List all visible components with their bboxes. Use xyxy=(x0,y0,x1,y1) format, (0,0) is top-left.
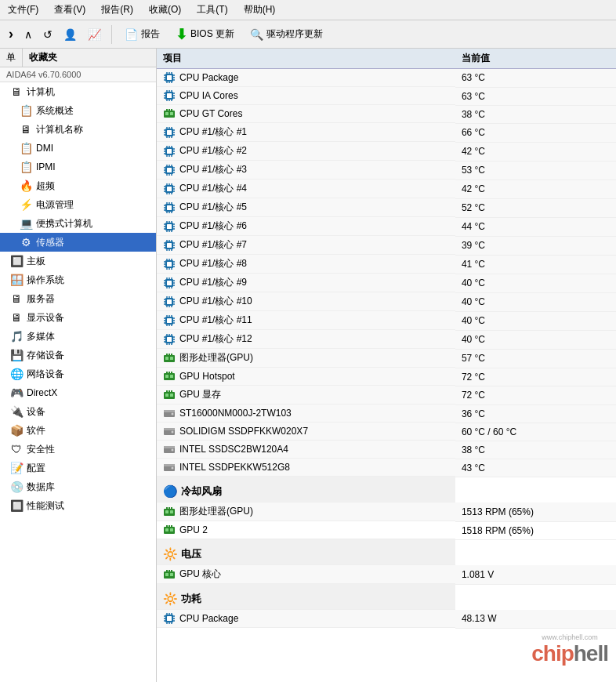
table-row: GPU 2 1518 RPM (65%) xyxy=(157,521,616,539)
sidebar-item-overclock[interactable]: 🔥 超频 xyxy=(0,176,156,195)
sidebar-item-benchmark[interactable]: 🔲 性能测试 xyxy=(0,496,156,515)
gpu-icon xyxy=(163,352,176,365)
row-value: 63 °C xyxy=(462,91,485,102)
sidebar-item-storage[interactable]: 💾 存储设备 xyxy=(0,346,156,365)
sidebar-item-ipmi[interactable]: 📋 IPMI xyxy=(0,158,156,176)
svg-rect-32 xyxy=(168,109,170,111)
row-value: 60 °C / 60 °C xyxy=(462,426,516,437)
row-value: 43 °C xyxy=(462,463,485,473)
cpu-icon xyxy=(163,239,176,252)
sidebar-item-mainboard[interactable]: 🔲 主板 xyxy=(0,252,156,270)
table-row: 图形处理器(GPU) 1513 RPM (65%) xyxy=(157,502,616,521)
toolbar-report-action[interactable]: 📄 报告 xyxy=(118,26,166,42)
sidebar-item-config[interactable]: 📝 配置 xyxy=(0,459,156,477)
cpu-icon xyxy=(163,296,176,308)
sidebar-item-display[interactable]: 🖥 显示设备 xyxy=(0,308,156,327)
row-value-cell: 1513 RPM (65%) xyxy=(455,502,616,521)
row-name-cell: CPU #1/核心 #9 xyxy=(157,274,455,292)
menu-favorites[interactable]: 收藏(O) xyxy=(144,2,186,18)
toolbar-user-btn[interactable]: 👤 xyxy=(60,26,81,43)
row-value: 40 °C xyxy=(462,315,485,326)
row-name: ST16000NM000J-2TW103 xyxy=(179,408,292,419)
sidebar-item-os[interactable]: 🪟 操作系统 xyxy=(0,270,156,289)
server-icon: 🖥 xyxy=(9,292,24,306)
sidebar-label-computer: 计算机 xyxy=(27,85,55,99)
toolbar-forward-btn[interactable]: › xyxy=(5,24,17,45)
portable-icon: 💻 xyxy=(19,216,33,230)
media-icon: 🎵 xyxy=(9,329,24,343)
menu-help[interactable]: 帮助(H) xyxy=(239,2,281,18)
sidebar-label-devices: 设备 xyxy=(27,405,45,419)
row-name-cell: CPU #1/核心 #3 xyxy=(157,161,455,180)
svg-rect-33 xyxy=(171,109,172,111)
toolbar-up-btn[interactable]: ∧ xyxy=(20,26,36,43)
driver-label: 驱动程序更新 xyxy=(266,27,323,41)
sidebar-item-power[interactable]: ⚡ 电源管理 xyxy=(0,195,156,214)
sidebar-item-network[interactable]: 🌐 网络设备 xyxy=(0,365,156,383)
col-header-item: 项目 xyxy=(157,49,455,69)
toolbar-driver-action[interactable]: 🔍 驱动程序更新 xyxy=(244,26,329,42)
sidebar-item-media[interactable]: 🎵 多媒体 xyxy=(0,327,156,346)
sidebar-item-directx[interactable]: 🎮 DirectX xyxy=(0,383,156,402)
table-row: ST16000NM000J-2TW103 36 °C xyxy=(157,404,616,423)
row-name: CPU #1/核心 #10 xyxy=(179,295,252,308)
table-row: CPU #1/核心 #3 53 °C xyxy=(157,161,616,180)
sidebar-label-network: 网络设备 xyxy=(27,368,64,381)
sidebar-item-security[interactable]: 🛡 安全性 xyxy=(0,440,156,459)
sidebar-label-storage: 存储设备 xyxy=(27,349,64,362)
row-value-cell: 40 °C xyxy=(455,292,616,311)
table-row: CPU #1/核心 #1 66 °C xyxy=(157,123,616,142)
svg-rect-1 xyxy=(167,75,172,80)
row-value: 72 °C xyxy=(462,372,485,383)
sidebar-item-dmi[interactable]: 📋 DMI xyxy=(0,139,156,158)
menu-tools[interactable]: 工具(T) xyxy=(192,2,232,18)
sidebar-item-server[interactable]: 🖥 服务器 xyxy=(0,289,156,308)
sidebar-tab-single[interactable]: 单 xyxy=(0,49,23,67)
toolbar-chart-btn[interactable]: 📈 xyxy=(84,26,105,43)
cpu-icon xyxy=(163,71,176,84)
row-value-cell: 39 °C xyxy=(455,236,616,255)
sidebar-item-database[interactable]: 💿 数据库 xyxy=(0,477,156,496)
svg-point-228 xyxy=(172,449,174,452)
menu-file[interactable]: 文件(F) xyxy=(3,2,43,18)
gpu-icon xyxy=(163,568,176,581)
row-name-cell: CPU #1/核心 #5 xyxy=(157,198,455,217)
sidebar-label-ipmi: IPMI xyxy=(36,161,56,172)
sidebar-item-compname[interactable]: 🖥 计算机名称 xyxy=(0,120,156,139)
system-icon: 📋 xyxy=(19,103,33,118)
row-name-cell: CPU GT Cores xyxy=(157,105,455,123)
row-name-cell: INTEL SSDPEKKW512G8 xyxy=(157,459,455,477)
sidebar-item-software[interactable]: 📦 软件 xyxy=(0,421,156,440)
sidebar-label-os: 操作系统 xyxy=(27,274,64,287)
cpu-icon xyxy=(163,277,176,289)
sidebar-item-sensor[interactable]: ⚙ 传感器 xyxy=(0,233,156,252)
power-icon: ⚡ xyxy=(19,198,33,212)
sidebar-item-devices[interactable]: 🔌 设备 xyxy=(0,402,156,421)
disk-icon xyxy=(163,461,176,473)
sidebar-item-portable[interactable]: 💻 便携式计算机 xyxy=(0,214,156,233)
svg-rect-239 xyxy=(165,528,168,531)
row-name-cell: CPU #1/核心 #12 xyxy=(157,330,455,349)
sidebar-label-display: 显示设备 xyxy=(27,311,64,325)
svg-rect-29 xyxy=(165,112,168,115)
menu-view[interactable]: 查看(V) xyxy=(49,2,90,18)
row-name-cell: GPU 显存 xyxy=(157,386,455,404)
gpu-icon xyxy=(163,370,176,383)
row-value-cell: 36 °C xyxy=(455,404,616,423)
toolbar-bios-action[interactable]: ⬇ BIOS 更新 xyxy=(169,24,241,45)
cpu-icon xyxy=(163,145,176,158)
svg-point-231 xyxy=(172,467,174,470)
report-icon: 📄 xyxy=(125,28,138,41)
sidebar-label-media: 多媒体 xyxy=(27,330,55,343)
disk-icon xyxy=(163,443,176,455)
row-value-cell: 72 °C xyxy=(455,368,616,386)
table-row: 图形处理器(GPU) 57 °C xyxy=(157,349,616,368)
menu-report[interactable]: 报告(R) xyxy=(96,2,138,18)
sidebar-tab-favorites[interactable]: 收藏夹 xyxy=(23,49,63,67)
row-value-cell: 53 °C xyxy=(455,161,616,180)
sidebar-item-computer[interactable]: 🖥 计算机 xyxy=(0,82,156,101)
toolbar-refresh-btn[interactable]: ↺ xyxy=(39,26,56,43)
svg-rect-119 xyxy=(167,243,172,248)
svg-rect-35 xyxy=(167,130,172,135)
sidebar-item-system[interactable]: 📋 系统概述 xyxy=(0,101,156,120)
